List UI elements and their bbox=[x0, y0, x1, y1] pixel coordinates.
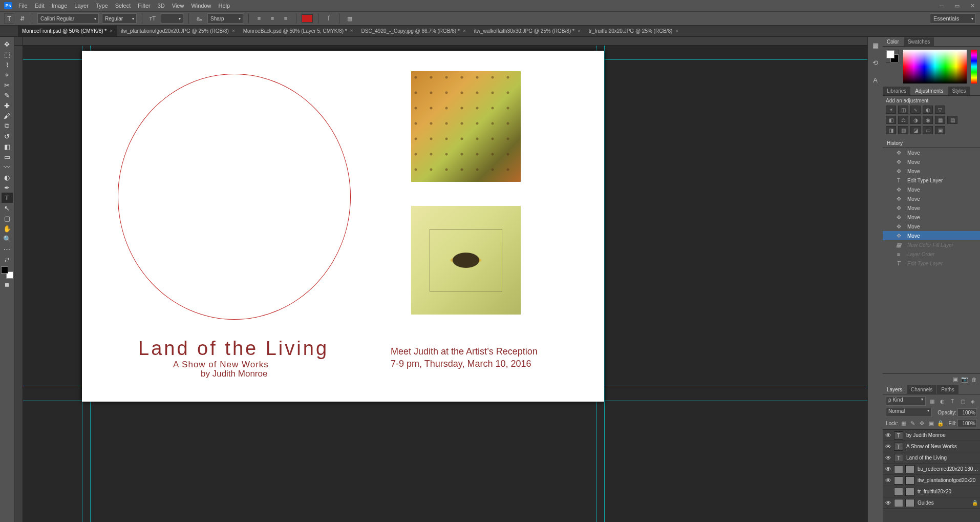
tab-close-icon[interactable]: × bbox=[675, 28, 678, 34]
document-tab[interactable]: DSC_4920_-_Copy.jpg @ 66.7% (RGB/8) *× bbox=[357, 25, 470, 36]
adj-threshold-icon[interactable]: ◪ bbox=[910, 126, 921, 134]
ruler-vertical[interactable] bbox=[14, 46, 23, 522]
history-item[interactable]: ✥Move bbox=[883, 166, 980, 176]
shape-tool-icon[interactable]: ▢ bbox=[2, 213, 13, 223]
path-select-tool-icon[interactable]: ↖ bbox=[2, 203, 13, 213]
document-tab[interactable]: MonroeBack.psd @ 50% (Layer 5, CMYK/8) *… bbox=[239, 25, 357, 36]
history-item[interactable]: ✥Move bbox=[883, 194, 980, 203]
layer-filter-kind-dropdown[interactable]: ρ Kind bbox=[886, 396, 926, 406]
layer-visibility-icon[interactable]: 👁 bbox=[884, 443, 893, 450]
layer-visibility-icon[interactable]: 👁 bbox=[884, 499, 893, 507]
layer-row[interactable]: 👁TA Show of New Works bbox=[883, 441, 980, 452]
tab-styles[interactable]: Styles bbox=[948, 87, 970, 95]
antialias-dropdown[interactable]: Sharp bbox=[207, 13, 243, 24]
align-left-icon[interactable]: ≡ bbox=[254, 13, 264, 24]
history-item[interactable]: ✥Move bbox=[883, 148, 980, 157]
history-item[interactable]: TEdit Type Layer bbox=[883, 176, 980, 185]
canvas-viewport[interactable]: Land of the Living A Show of New Works b… bbox=[23, 46, 867, 522]
font-size-dropdown[interactable] bbox=[161, 13, 183, 24]
ruler-horizontal[interactable] bbox=[23, 37, 867, 46]
edit-toolbar-icon[interactable]: ⋯ bbox=[2, 244, 13, 254]
brush-tool-icon[interactable]: 🖌 bbox=[2, 111, 13, 121]
layer-visibility-icon[interactable]: 👁 bbox=[884, 454, 893, 462]
hue-strip[interactable] bbox=[971, 50, 977, 83]
text-orientation-icon[interactable]: ⇵ bbox=[17, 14, 27, 23]
history-item[interactable]: TEdit Type Layer bbox=[883, 259, 980, 268]
tab-history[interactable]: History bbox=[883, 139, 907, 148]
adj-invert-icon[interactable]: ◨ bbox=[886, 126, 896, 134]
tab-close-icon[interactable]: × bbox=[232, 28, 235, 34]
pen-tool-icon[interactable]: ✒ bbox=[2, 182, 13, 193]
gradient-tool-icon[interactable]: ▭ bbox=[2, 152, 13, 162]
magic-wand-tool-icon[interactable]: ✧ bbox=[2, 70, 13, 80]
workspace-dropdown[interactable]: Essentials bbox=[930, 13, 976, 24]
tab-swatches[interactable]: Swatches bbox=[904, 37, 934, 46]
adj-brightness-icon[interactable]: ☀ bbox=[886, 106, 896, 114]
history-delete-icon[interactable]: 🗑 bbox=[971, 377, 977, 383]
lock-position-icon[interactable]: ✥ bbox=[919, 420, 926, 427]
lasso-tool-icon[interactable]: ⌇ bbox=[2, 59, 13, 70]
window-maximize-icon[interactable]: ▭ bbox=[949, 1, 965, 10]
hand-tool-icon[interactable]: ✋ bbox=[2, 223, 13, 234]
crop-tool-icon[interactable]: ✂ bbox=[2, 80, 13, 90]
adj-balance-icon[interactable]: ⚖ bbox=[898, 116, 908, 124]
menu-select[interactable]: Select bbox=[115, 3, 131, 9]
document-tab[interactable]: tr_fruitful20x20.JPG @ 25% (RGB/8)× bbox=[585, 25, 683, 36]
history-item[interactable]: ✥Move bbox=[883, 231, 980, 240]
history-item[interactable]: ✥Move bbox=[883, 185, 980, 194]
tab-adjustments[interactable]: Adjustments bbox=[911, 87, 947, 95]
adj-exposure-icon[interactable]: ◐ bbox=[923, 106, 933, 114]
blur-tool-icon[interactable]: 〰 bbox=[2, 162, 13, 172]
align-center-icon[interactable]: ≡ bbox=[267, 13, 278, 24]
warp-text-icon[interactable]: Ĭ bbox=[324, 13, 334, 24]
font-weight-dropdown[interactable]: Regular bbox=[102, 13, 137, 24]
tab-close-icon[interactable]: × bbox=[350, 28, 353, 34]
opacity-input[interactable] bbox=[957, 408, 977, 416]
adj-curves-icon[interactable]: ∿ bbox=[910, 106, 921, 114]
document-tab[interactable]: itw_plantationofgod20x20.JPG @ 25% (RGB/… bbox=[117, 25, 239, 36]
history-item[interactable]: ✥Move bbox=[883, 213, 980, 222]
adj-photo-filter-icon[interactable]: ◉ bbox=[923, 116, 933, 124]
eraser-tool-icon[interactable]: ◧ bbox=[2, 141, 13, 152]
align-right-icon[interactable]: ≡ bbox=[281, 13, 291, 24]
eyedropper-tool-icon[interactable]: ✎ bbox=[2, 90, 13, 100]
layer-visibility-icon[interactable]: 👁 bbox=[884, 432, 893, 439]
tab-close-icon[interactable]: × bbox=[578, 28, 581, 34]
filter-adjust-icon[interactable]: ◐ bbox=[938, 397, 946, 405]
layer-list[interactable]: 👁Tby Judith Monroe👁TA Show of New Works👁… bbox=[883, 429, 980, 522]
collapsed-panel-icon[interactable]: A bbox=[870, 75, 881, 85]
menu-window[interactable]: Window bbox=[191, 3, 211, 9]
adj-selective-icon[interactable]: ▣ bbox=[935, 126, 945, 134]
adj-levels-icon[interactable]: ◫ bbox=[898, 106, 908, 114]
history-snapshot-icon[interactable]: 📷 bbox=[961, 376, 968, 383]
menu-file[interactable]: File bbox=[18, 3, 28, 9]
adj-gradient-map-icon[interactable]: ▭ bbox=[923, 126, 933, 134]
history-item[interactable]: ≡Layer Order bbox=[883, 249, 980, 259]
character-panel-icon[interactable]: ▤ bbox=[345, 13, 355, 24]
filter-type-icon[interactable]: T bbox=[948, 397, 956, 405]
swap-colors-icon[interactable]: ⇄ bbox=[2, 255, 13, 264]
lock-artboard-icon[interactable]: ▣ bbox=[928, 420, 935, 427]
tab-color[interactable]: Color bbox=[883, 37, 903, 46]
history-item[interactable]: ✥Move bbox=[883, 222, 980, 231]
history-list[interactable]: ✥Move✥Move✥MoveTEdit Type Layer✥Move✥Mov… bbox=[883, 148, 980, 373]
menu-image[interactable]: Image bbox=[52, 3, 68, 9]
menu-view[interactable]: View bbox=[172, 3, 184, 9]
tab-paths[interactable]: Paths bbox=[937, 385, 958, 394]
quickmask-icon[interactable]: ◼ bbox=[2, 280, 13, 289]
history-item[interactable]: ✥Move bbox=[883, 203, 980, 213]
adj-bw-icon[interactable]: ◑ bbox=[910, 116, 921, 124]
history-new-doc-icon[interactable]: ▣ bbox=[953, 376, 958, 383]
lock-pixels-icon[interactable]: ✎ bbox=[909, 420, 917, 427]
filter-pixel-icon[interactable]: ▦ bbox=[928, 397, 936, 405]
adj-lookup-icon[interactable]: ▤ bbox=[947, 116, 957, 124]
history-item[interactable]: ▦New Color Fill Layer bbox=[883, 240, 980, 249]
color-spectrum[interactable] bbox=[903, 50, 967, 83]
fg-bg-colors[interactable] bbox=[1, 266, 13, 279]
active-tool-indicator-icon[interactable]: T bbox=[4, 13, 14, 24]
menu-help[interactable]: Help bbox=[219, 3, 230, 9]
layer-visibility-icon[interactable]: 👁 bbox=[884, 466, 893, 473]
zoom-tool-icon[interactable]: 🔍 bbox=[2, 234, 13, 244]
tab-layers[interactable]: Layers bbox=[883, 385, 906, 394]
layer-row[interactable]: 👁Guides🔒 bbox=[883, 497, 980, 509]
